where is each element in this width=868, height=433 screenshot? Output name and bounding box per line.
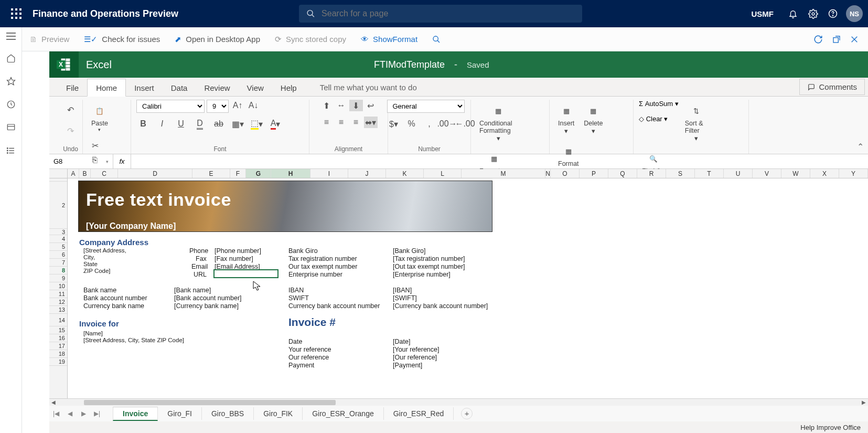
col-header-L[interactable]: L bbox=[424, 169, 462, 178]
tab-insert[interactable]: Insert bbox=[126, 79, 163, 96]
col-header-F[interactable]: F bbox=[230, 169, 246, 178]
rail-expand[interactable] bbox=[6, 33, 16, 40]
sheet-tab-giro-esr-red[interactable]: Giro_ESR_Red bbox=[383, 407, 454, 420]
grow-font-button[interactable]: A↑ bbox=[231, 100, 244, 111]
row-header-15[interactable]: 15 bbox=[49, 326, 67, 334]
sheet-tab-invoice[interactable]: Invoice bbox=[113, 407, 158, 421]
sheet-nav-first[interactable]: |◀ bbox=[49, 410, 63, 417]
col-header-N[interactable]: N bbox=[545, 169, 551, 178]
wrap-text-button[interactable]: ↩ bbox=[364, 100, 378, 111]
col-header-P[interactable]: P bbox=[580, 169, 608, 178]
col-header-B[interactable]: B bbox=[79, 169, 91, 178]
tab-data[interactable]: Data bbox=[163, 79, 196, 96]
strikethrough-button[interactable]: ab bbox=[212, 118, 226, 130]
row-header-2[interactable]: 2 bbox=[49, 182, 67, 229]
row-header-7[interactable]: 7 bbox=[49, 259, 67, 267]
tell-me-input[interactable]: Tell me what you want to do bbox=[320, 79, 417, 96]
sheet-tab-giro-fik[interactable]: Giro_FIK bbox=[253, 407, 303, 420]
statusbar-text[interactable]: Help Improve Office bbox=[800, 424, 861, 431]
rail-workspaces[interactable] bbox=[6, 123, 16, 132]
col-header-Y[interactable]: Y bbox=[839, 169, 868, 178]
col-header-V[interactable]: V bbox=[753, 169, 781, 178]
col-header-X[interactable]: X bbox=[810, 169, 839, 178]
row-header-12[interactable]: 12 bbox=[49, 298, 67, 306]
undo-button[interactable]: ↶ bbox=[64, 104, 78, 115]
rail-home[interactable] bbox=[6, 54, 16, 63]
autosum-button[interactable]: Σ AutoSum ▾ bbox=[639, 100, 679, 108]
col-header-W[interactable]: W bbox=[781, 169, 810, 178]
col-header-C[interactable]: C bbox=[91, 169, 118, 178]
row-header-16[interactable]: 16 bbox=[49, 334, 67, 342]
col-header-U[interactable]: U bbox=[724, 169, 753, 178]
scroll-right-arrow[interactable]: ▶ bbox=[860, 399, 868, 405]
cmd-search-button[interactable] bbox=[425, 27, 448, 51]
col-header-D[interactable]: D bbox=[118, 169, 192, 178]
tab-file[interactable]: File bbox=[58, 79, 87, 96]
merge-button[interactable]: ⬌▾ bbox=[364, 117, 378, 128]
increase-decimal-button[interactable]: .00→ bbox=[441, 118, 454, 130]
add-sheet-button[interactable]: + bbox=[461, 408, 473, 419]
font-family-select[interactable]: Calibri bbox=[136, 100, 205, 113]
col-header-O[interactable]: O bbox=[551, 169, 580, 178]
align-bottom-button[interactable]: ⬇ bbox=[349, 100, 363, 111]
tab-view[interactable]: View bbox=[239, 79, 272, 96]
comma-button[interactable]: , bbox=[423, 118, 436, 130]
shrink-font-button[interactable]: A↓ bbox=[247, 100, 260, 111]
row-header-9[interactable]: 9 bbox=[49, 274, 67, 282]
col-header-G[interactable]: G bbox=[246, 169, 271, 178]
sheet-nav-prev[interactable]: ◀ bbox=[63, 410, 77, 417]
row-header-18[interactable]: 18 bbox=[49, 350, 67, 358]
tab-home[interactable]: Home bbox=[87, 79, 126, 97]
settings-button[interactable] bbox=[803, 4, 823, 24]
row-header-5[interactable]: 5 bbox=[49, 243, 67, 251]
underline-button[interactable]: U bbox=[174, 118, 188, 130]
border-button[interactable]: ▦▾ bbox=[231, 118, 244, 130]
insert-cells-button[interactable]: ▦Insert▾ bbox=[555, 100, 577, 137]
align-middle-button[interactable]: ↔ bbox=[335, 100, 348, 111]
redo-button[interactable]: ↷ bbox=[64, 125, 78, 136]
row-header-8[interactable]: 8 bbox=[49, 267, 67, 274]
row-header-17[interactable]: 17 bbox=[49, 342, 67, 350]
double-underline-button[interactable]: D bbox=[193, 118, 207, 130]
col-header-J[interactable]: J bbox=[348, 169, 386, 178]
col-header-Q[interactable]: Q bbox=[608, 169, 637, 178]
col-header-I[interactable]: I bbox=[310, 169, 348, 178]
col-header-T[interactable]: T bbox=[695, 169, 724, 178]
col-header-H[interactable]: H bbox=[271, 169, 310, 178]
bold-button[interactable]: B bbox=[136, 118, 150, 130]
open-desktop-button[interactable]: ⬈ Open in Desktop App bbox=[167, 27, 267, 51]
sheet-tab-giro-esr-orange[interactable]: Giro_ESR_Orange bbox=[302, 407, 384, 420]
align-top-button[interactable]: ⬆ bbox=[320, 100, 334, 111]
preview-button[interactable]: 🗎 Preview bbox=[22, 27, 77, 51]
row-header-6[interactable]: 6 bbox=[49, 251, 67, 259]
col-header-A[interactable]: A bbox=[68, 169, 79, 178]
number-format-select[interactable]: General bbox=[387, 100, 465, 113]
tab-help[interactable]: Help bbox=[272, 79, 305, 96]
showformat-button[interactable]: 👁 ShowFormat bbox=[353, 27, 425, 51]
cells-canvas[interactable]: Free text invoice [Your Company Name] Co… bbox=[68, 178, 868, 398]
spreadsheet-grid[interactable]: ABCDEFGHIJKLMNOPQRSTUVWXY 23456789101112… bbox=[49, 169, 868, 406]
search-input[interactable] bbox=[322, 9, 575, 18]
help-button[interactable] bbox=[823, 4, 843, 24]
row-header-14[interactable]: 14 bbox=[49, 314, 67, 326]
scroll-left-arrow[interactable]: ◀ bbox=[49, 399, 58, 405]
collapse-ribbon-button[interactable]: ⌃ bbox=[857, 142, 864, 152]
copy-button[interactable]: ⎘ bbox=[88, 154, 102, 166]
conditional-formatting-button[interactable]: ▦Conditional Formatting▾ bbox=[476, 100, 520, 144]
italic-button[interactable]: I bbox=[155, 118, 169, 130]
notifications-button[interactable] bbox=[783, 4, 803, 24]
tab-review[interactable]: Review bbox=[196, 79, 238, 96]
paste-button[interactable]: 📋 Paste ▾ bbox=[88, 100, 111, 134]
delete-cells-button[interactable]: ▦Delete▾ bbox=[581, 100, 606, 137]
row-header-4[interactable]: 4 bbox=[49, 235, 67, 243]
col-header-R[interactable]: R bbox=[637, 169, 666, 178]
popout-button[interactable] bbox=[832, 35, 841, 44]
rail-recent[interactable] bbox=[6, 100, 16, 109]
waffle-launcher[interactable] bbox=[5, 8, 27, 19]
horizontal-scrollbar[interactable]: ◀ ▶ bbox=[49, 398, 868, 406]
rail-modules[interactable] bbox=[6, 146, 16, 155]
user-avatar[interactable]: NS bbox=[846, 5, 863, 22]
font-color-button[interactable]: A▾ bbox=[269, 118, 282, 130]
sheet-tab-giro-bbs[interactable]: Giro_BBS bbox=[201, 407, 254, 420]
row-header-10[interactable]: 10 bbox=[49, 282, 67, 290]
